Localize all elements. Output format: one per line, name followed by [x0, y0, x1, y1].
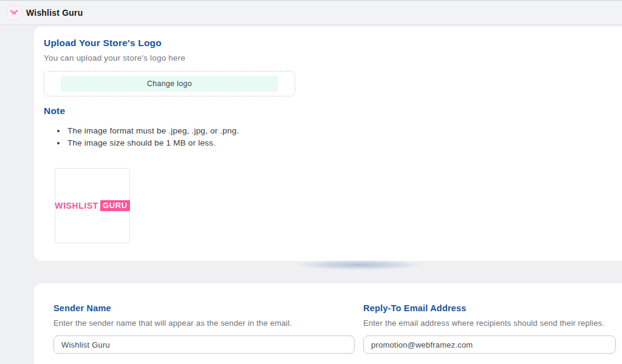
- note-title: Note: [44, 106, 612, 116]
- note-item-format: The image format must be .jpeg, .jpg, or…: [66, 125, 612, 137]
- card-shadow-blob: [296, 260, 422, 270]
- app-title: Wishlist Guru: [26, 8, 83, 18]
- change-logo-button[interactable]: Change logo: [61, 76, 278, 92]
- store-logo-preview: WISHLIST GURU: [55, 168, 130, 243]
- sender-name-input[interactable]: [53, 335, 355, 354]
- upload-logo-subtitle: You can upload your store's logo here: [44, 53, 612, 63]
- reply-to-email-input[interactable]: [363, 335, 616, 354]
- upload-logo-card: Upload Your Store's Logo You can upload …: [34, 27, 622, 261]
- sender-name-field-group: Sender Name Enter the sender name that w…: [53, 303, 355, 364]
- wishlist-guru-ribbon-w-icon: [7, 6, 21, 19]
- reply-to-field-group: Reply-To Email Address Enter the email a…: [363, 303, 616, 364]
- wordmark-wishlist-text: WISHLIST: [55, 201, 98, 211]
- email-settings-card: Sender Name Enter the sender name that w…: [34, 283, 622, 364]
- wishlist-guru-wordmark: WISHLIST GURU: [55, 200, 129, 211]
- upload-logo-title: Upload Your Store's Logo: [44, 38, 612, 49]
- logo-upload-dropzone[interactable]: Change logo: [44, 71, 295, 96]
- note-list: The image format must be .jpeg, .jpg, or…: [44, 125, 612, 149]
- sender-name-title: Sender Name: [53, 303, 355, 313]
- reply-to-title: Reply-To Email Address: [363, 303, 616, 313]
- note-item-size: The image size should be 1 MB or less.: [66, 137, 612, 149]
- app-header: Wishlist Guru: [0, 0, 622, 25]
- reply-to-description: Enter the email address where recipients…: [363, 318, 616, 328]
- wordmark-guru-badge: GURU: [100, 200, 130, 211]
- sender-name-description: Enter the sender name that will appear a…: [53, 318, 355, 328]
